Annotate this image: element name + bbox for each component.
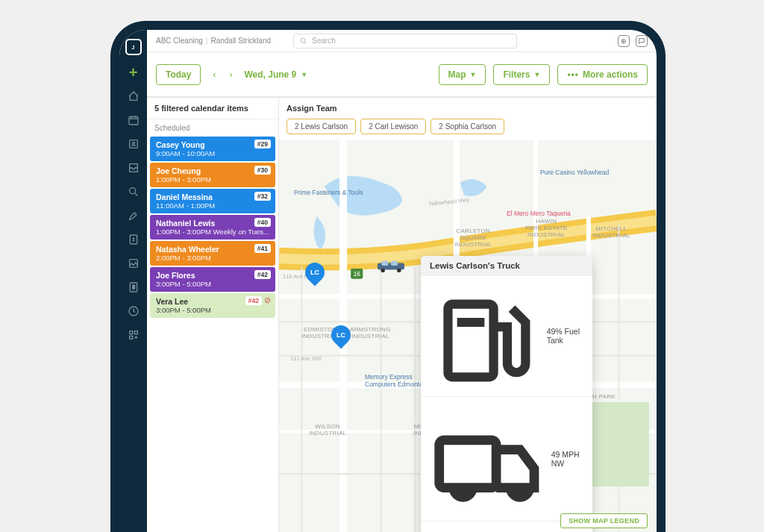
svg-rect-20: [391, 261, 398, 266]
filters-button[interactable]: Filters▼: [493, 64, 550, 85]
scheduled-label: Scheduled: [147, 119, 278, 137]
map-poi: Pure Casino Yellowhead: [540, 169, 609, 176]
map-road: 111 Ave NW: [290, 355, 322, 362]
svg-rect-9: [129, 331, 132, 334]
svg-rect-19: [381, 261, 388, 266]
svg-rect-11: [129, 336, 132, 339]
toolbar: Today ‹ › Wed, June 9▼ Map▼ Filters▼ •••…: [147, 52, 657, 97]
popup-fuel: 49% Fuel Tank: [421, 275, 592, 396]
popup-speed: 49 MPH NW: [421, 396, 592, 522]
calendar-event[interactable]: Daniel Messina11:00AM - 1:00PM#32: [150, 189, 275, 213]
calendar-items-header: 5 filtered calendar items: [147, 98, 278, 119]
today-button[interactable]: Today: [156, 64, 201, 85]
calendar-event[interactable]: Natasha Wheeler2:00PM - 3:00PM#41: [150, 241, 275, 266]
svg-point-3: [129, 188, 135, 194]
svg-rect-23: [448, 304, 493, 378]
topbar: ABC Cleaning | Randall Strickland Search…: [147, 30, 657, 52]
calendar-event[interactable]: Nathaniel Lewis1:00PM - 3:00PM Weekly on…: [150, 215, 275, 240]
map-pin[interactable]: LC: [331, 325, 351, 349]
map-area: WILSON INDUSTRIAL: [309, 424, 347, 437]
view-map-button[interactable]: Map▼: [439, 64, 486, 85]
svg-point-22: [397, 269, 401, 272]
apps-icon[interactable]: [127, 328, 140, 342]
home-icon[interactable]: [127, 90, 140, 103]
calendar-event[interactable]: Casey Young9:00AM - 10:00AM#29: [150, 137, 275, 161]
map-poi: El Mero Mero Taqueria: [507, 210, 571, 217]
team-chip[interactable]: 2 Carl Lewison: [360, 119, 426, 134]
map-area: ARMSTRONG INDUSTRIAL: [350, 327, 391, 340]
chevron-down-icon: ▼: [533, 71, 540, 78]
next-button[interactable]: ›: [225, 66, 237, 83]
calendar-event[interactable]: Vera Lee3:00PM - 5:00PM#42⊘: [150, 293, 275, 318]
map-legend-button[interactable]: SHOW MAP LEGEND: [560, 513, 648, 528]
vehicle-popup: Lewis Carlson's Truck 49% Fuel Tank 49 M…: [421, 256, 592, 532]
team-chips: 2 Lewis Carlson2 Carl Lewison2 Sophia Ca…: [279, 119, 657, 140]
chevron-down-icon: ▼: [470, 71, 477, 78]
inbox-icon[interactable]: [127, 161, 140, 175]
chat-icon[interactable]: [636, 35, 648, 47]
calendar-icon[interactable]: [127, 113, 140, 127]
clock-icon[interactable]: [127, 304, 140, 318]
add-icon[interactable]: +: [127, 66, 140, 79]
svg-text:16: 16: [354, 270, 360, 278]
date-picker[interactable]: Wed, June 9▼: [244, 69, 307, 80]
sidebar: J + $: [119, 30, 147, 532]
svg-point-21: [381, 269, 385, 272]
map-poi: Prime Fasteners & Tools: [294, 189, 363, 196]
team-chip[interactable]: 2 Lewis Carlson: [286, 119, 356, 134]
image-icon[interactable]: [127, 257, 140, 270]
popup-title: Lewis Carlson's Truck: [421, 256, 592, 275]
client-icon[interactable]: [127, 137, 140, 151]
calendar-panel: 5 filtered calendar items Scheduled Case…: [147, 98, 279, 532]
svg-text:$: $: [132, 284, 135, 290]
more-actions-button[interactable]: •••More actions: [557, 64, 648, 85]
vehicle-icon[interactable]: [376, 260, 406, 273]
svg-point-12: [301, 38, 305, 43]
breadcrumb-client[interactable]: Randall Strickland: [210, 37, 271, 45]
billing-icon[interactable]: $: [127, 281, 140, 294]
map-poi: Memory Express Computers Edmonton: [365, 373, 427, 388]
svg-rect-24: [439, 440, 496, 488]
logo: J: [125, 39, 142, 55]
assign-team-header: Assign Team: [279, 98, 657, 119]
breadcrumb: ABC Cleaning | Randall Strickland: [156, 37, 271, 45]
map-pin[interactable]: LC: [305, 263, 325, 287]
map[interactable]: 16 Prime Fasteners & Tools Pure Casino Y…: [279, 140, 657, 532]
svg-rect-0: [129, 116, 138, 125]
prev-button[interactable]: ‹: [208, 66, 220, 83]
map-area: HAWIN PARK ESTATE INDUSTRIAL: [525, 219, 568, 238]
calendar-event[interactable]: Joe Flores3:00PM - 5:00PM#42: [150, 267, 275, 292]
svg-point-2: [132, 142, 134, 144]
invoice-icon[interactable]: [127, 233, 140, 246]
svg-rect-10: [134, 331, 137, 334]
calendar-event[interactable]: Joe Cheung1:00PM - 3:00PM#30: [150, 163, 275, 187]
search-icon[interactable]: [127, 185, 140, 198]
search-input[interactable]: Search: [293, 34, 517, 48]
globe-icon[interactable]: ⊕: [618, 35, 630, 47]
map-area: CARLETON SQUARE INDUSTRIAL: [454, 228, 492, 248]
breadcrumb-company[interactable]: ABC Cleaning: [156, 37, 203, 45]
tool-icon[interactable]: [127, 209, 140, 222]
chevron-down-icon: ▼: [301, 71, 307, 78]
team-chip[interactable]: 2 Sophia Carlson: [430, 119, 504, 134]
map-area: MITCHELL INDUSTRIAL: [592, 226, 630, 240]
